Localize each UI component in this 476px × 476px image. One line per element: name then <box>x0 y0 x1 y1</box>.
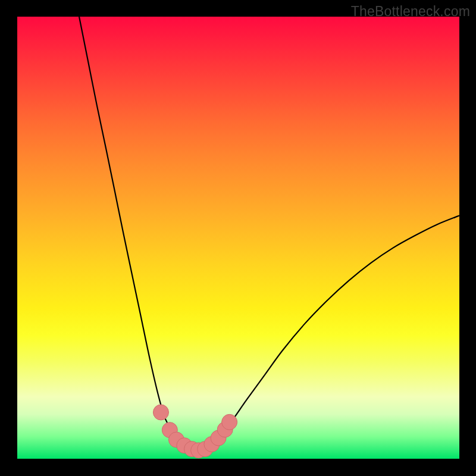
chart-frame: TheBottleneck.com <box>0 0 476 476</box>
curve-markers <box>153 405 237 458</box>
watermark: TheBottleneck.com <box>351 4 470 20</box>
curve-left <box>79 17 199 450</box>
chart-curve-layer <box>17 17 459 459</box>
marker-dot <box>222 414 237 430</box>
curve-right <box>199 215 459 450</box>
marker-dot <box>153 405 168 420</box>
